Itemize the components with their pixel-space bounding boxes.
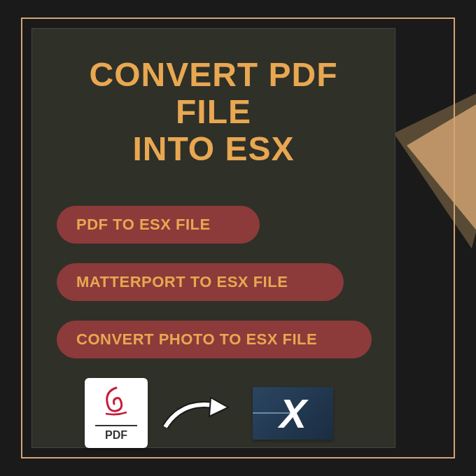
feature-pill-3-text: CONVERT PHOTO TO ESX FILE: [76, 330, 317, 349]
title-line-2: INTO ESX: [132, 130, 294, 167]
esx-icon: X: [253, 387, 333, 440]
esx-x-letter: X: [279, 390, 307, 437]
pdf-swirl-graphic: [99, 384, 134, 419]
feature-pill-1-text: PDF TO ESX FILE: [76, 216, 211, 234]
content-box: CONVERT PDF FILE INTO ESX PDF TO ESX FIL…: [31, 28, 396, 448]
main-title: CONVERT PDF FILE INTO ESX: [57, 57, 370, 167]
title-line-1: CONVERT PDF FILE: [89, 56, 337, 130]
feature-pill-3: CONVERT PHOTO TO ESX FILE: [57, 321, 372, 358]
feature-pill-1: PDF TO ESX FILE: [57, 206, 260, 244]
feature-pill-2-text: MATTERPORT TO ESX FILE: [76, 273, 288, 291]
feature-pill-2: MATTERPORT TO ESX FILE: [57, 263, 344, 301]
pdf-icon: PDF: [85, 378, 148, 448]
arrow-icon: [162, 392, 239, 434]
pdf-label-text: PDF: [95, 425, 137, 442]
conversion-icon-row: PDF X: [85, 378, 370, 448]
